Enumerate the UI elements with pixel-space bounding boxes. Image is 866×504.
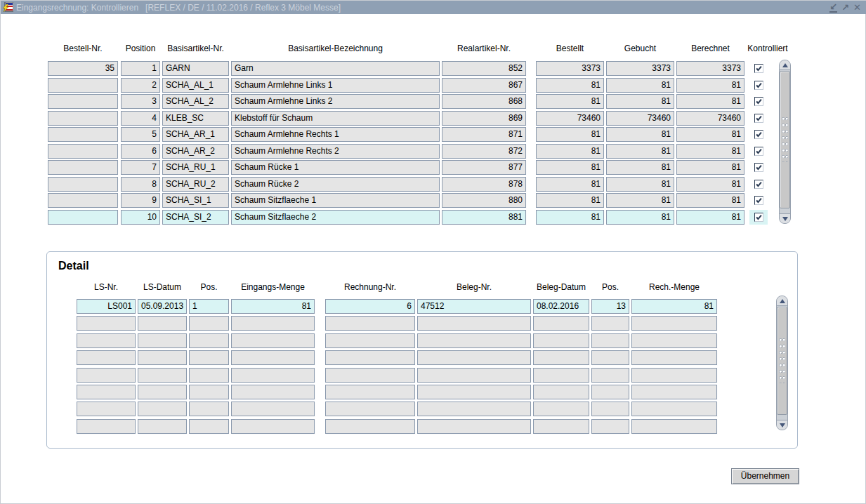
- cell-realartikel-nr[interactable]: 871: [442, 127, 526, 142]
- cell-position[interactable]: 9: [121, 193, 160, 208]
- cell-bestellt[interactable]: 81: [536, 78, 604, 93]
- cell-bestell-nr[interactable]: [48, 160, 118, 175]
- kontrolliert-checkbox[interactable]: [749, 78, 768, 93]
- cell-bestellt[interactable]: 81: [536, 94, 604, 109]
- cell-basisartikel-nr[interactable]: SCHA_RU_2: [162, 177, 229, 192]
- cell-rech-menge[interactable]: [631, 350, 717, 365]
- cell-ls-datum[interactable]: [138, 316, 187, 331]
- cell-rech-menge[interactable]: [631, 316, 717, 331]
- cell-berechnet[interactable]: 81: [676, 78, 744, 93]
- cell-basisartikel-bezeichnung[interactable]: Schaum Armlehne Links 2: [231, 94, 440, 109]
- cell-beleg-nr[interactable]: [417, 350, 531, 365]
- cell-pos-2[interactable]: [591, 368, 629, 383]
- cell-bestell-nr[interactable]: [48, 193, 118, 208]
- cell-eingangs-menge[interactable]: 81: [231, 299, 315, 314]
- cell-realartikel-nr[interactable]: 869: [442, 111, 526, 126]
- cell-gebucht[interactable]: 81: [606, 177, 674, 192]
- cell-position[interactable]: 10: [121, 210, 160, 225]
- cell-beleg-nr[interactable]: [417, 316, 531, 331]
- cell-rech-menge[interactable]: [631, 419, 717, 434]
- cell-bestell-nr[interactable]: [48, 94, 118, 109]
- cell-rechnung-nr[interactable]: [325, 316, 415, 331]
- cell-realartikel-nr[interactable]: 880: [442, 193, 526, 208]
- cell-bestell-nr[interactable]: [48, 127, 118, 142]
- cell-basisartikel-nr[interactable]: SCHA_SI_1: [162, 193, 229, 208]
- cell-beleg-datum[interactable]: [533, 402, 589, 416]
- cell-pos-2[interactable]: [591, 419, 629, 434]
- cell-basisartikel-bezeichnung[interactable]: Schaum Sitzflaeche 2: [231, 210, 440, 225]
- cell-rechnung-nr[interactable]: [325, 385, 415, 399]
- cell-position[interactable]: 6: [121, 144, 160, 159]
- cell-eingangs-menge[interactable]: [231, 385, 315, 399]
- cell-basisartikel-bezeichnung[interactable]: Klebstoff für Schaum: [231, 111, 440, 126]
- cell-pos-2[interactable]: 13: [591, 299, 629, 314]
- cell-beleg-nr[interactable]: 47512: [417, 299, 531, 314]
- cell-beleg-datum[interactable]: 08.02.2016: [533, 299, 589, 314]
- cell-pos[interactable]: [189, 385, 229, 399]
- cell-basisartikel-bezeichnung[interactable]: Schaum Rücke 1: [231, 160, 440, 175]
- cell-bestellt[interactable]: 81: [536, 160, 604, 175]
- kontrolliert-checkbox[interactable]: [749, 193, 768, 208]
- cell-pos[interactable]: [189, 419, 229, 434]
- cell-ls-nr[interactable]: [77, 316, 136, 331]
- cell-berechnet[interactable]: 81: [676, 144, 744, 159]
- cell-pos-2[interactable]: [591, 333, 629, 348]
- cell-position[interactable]: 2: [121, 78, 160, 93]
- cell-beleg-datum[interactable]: [533, 368, 589, 383]
- cell-gebucht[interactable]: 81: [606, 78, 674, 93]
- cell-gebucht[interactable]: 81: [606, 160, 674, 175]
- cell-eingangs-menge[interactable]: [231, 419, 315, 434]
- cell-pos-2[interactable]: [591, 385, 629, 399]
- cell-basisartikel-nr[interactable]: KLEB_SC: [162, 111, 229, 126]
- cell-basisartikel-nr[interactable]: SCHA_AR_1: [162, 127, 229, 142]
- cell-pos[interactable]: [189, 402, 229, 416]
- cell-realartikel-nr[interactable]: 872: [442, 144, 526, 159]
- cell-realartikel-nr[interactable]: 881: [442, 210, 526, 225]
- cell-rech-menge[interactable]: [631, 385, 717, 399]
- scroll-up-button[interactable]: [780, 60, 790, 70]
- cell-rechnung-nr[interactable]: [325, 368, 415, 383]
- scroll-down-button[interactable]: [780, 213, 790, 223]
- cell-bestellt[interactable]: 81: [536, 144, 604, 159]
- cell-gebucht[interactable]: 81: [606, 210, 674, 225]
- cell-pos[interactable]: [189, 333, 229, 348]
- minimize-icon[interactable]: ↙: [829, 2, 837, 13]
- cell-basisartikel-bezeichnung[interactable]: Schaum Armlehne Rechts 1: [231, 127, 440, 142]
- cell-ls-nr[interactable]: [77, 333, 136, 348]
- scroll-up-button[interactable]: [777, 296, 787, 306]
- cell-beleg-nr[interactable]: [417, 385, 531, 399]
- cell-ls-datum[interactable]: [138, 419, 187, 434]
- cell-pos[interactable]: [189, 350, 229, 365]
- cell-rechnung-nr[interactable]: [325, 402, 415, 416]
- cell-basisartikel-bezeichnung[interactable]: Schaum Rücke 2: [231, 177, 440, 192]
- cell-beleg-datum[interactable]: [533, 316, 589, 331]
- cell-position[interactable]: 7: [121, 160, 160, 175]
- cell-berechnet[interactable]: 81: [676, 94, 744, 109]
- cell-beleg-datum[interactable]: [533, 419, 589, 434]
- cell-rech-menge[interactable]: [631, 333, 717, 348]
- cell-gebucht[interactable]: 81: [606, 193, 674, 208]
- kontrolliert-checkbox[interactable]: [749, 61, 768, 76]
- cell-rechnung-nr[interactable]: [325, 350, 415, 365]
- kontrolliert-checkbox[interactable]: [749, 127, 768, 142]
- cell-realartikel-nr[interactable]: 867: [442, 78, 526, 93]
- cell-basisartikel-nr[interactable]: SCHA_RU_1: [162, 160, 229, 175]
- cell-basisartikel-nr[interactable]: SCHA_AR_2: [162, 144, 229, 159]
- cell-position[interactable]: 1: [121, 61, 160, 76]
- cell-eingangs-menge[interactable]: [231, 316, 315, 331]
- cell-ls-nr[interactable]: [77, 350, 136, 365]
- cell-beleg-nr[interactable]: [417, 402, 531, 416]
- cell-realartikel-nr[interactable]: 878: [442, 177, 526, 192]
- cell-berechnet[interactable]: 81: [676, 177, 744, 192]
- cell-bestellt[interactable]: 81: [536, 177, 604, 192]
- kontrolliert-checkbox[interactable]: [749, 94, 768, 109]
- cell-berechnet[interactable]: 81: [676, 127, 744, 142]
- cell-rech-menge[interactable]: 81: [631, 299, 717, 314]
- cell-gebucht[interactable]: 81: [606, 144, 674, 159]
- cell-basisartikel-bezeichnung[interactable]: Schaum Armlehne Links 1: [231, 78, 440, 93]
- kontrolliert-checkbox[interactable]: [749, 210, 768, 225]
- cell-rech-menge[interactable]: [631, 402, 717, 416]
- cell-realartikel-nr[interactable]: 877: [442, 160, 526, 175]
- cell-bestellt[interactable]: 73460: [536, 111, 604, 126]
- kontrolliert-checkbox[interactable]: [749, 177, 768, 192]
